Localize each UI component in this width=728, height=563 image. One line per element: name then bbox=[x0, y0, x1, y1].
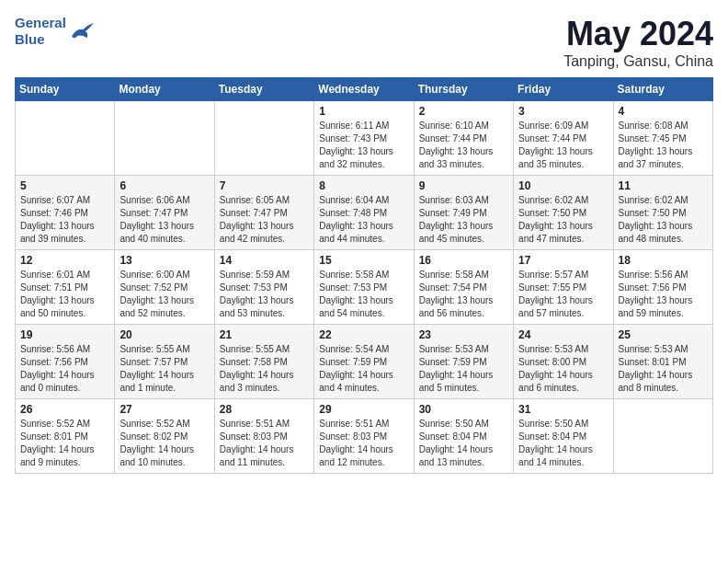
day-number: 17 bbox=[518, 254, 608, 267]
day-info: Sunrise: 5:55 AM Sunset: 7:57 PM Dayligh… bbox=[119, 343, 209, 395]
calendar-week-row: 1Sunrise: 6:11 AM Sunset: 7:43 PM Daylig… bbox=[16, 101, 713, 176]
day-number: 27 bbox=[119, 403, 209, 416]
day-info: Sunrise: 5:53 AM Sunset: 7:59 PM Dayligh… bbox=[419, 343, 508, 395]
calendar-day-cell: 21Sunrise: 5:55 AM Sunset: 7:58 PM Dayli… bbox=[214, 325, 313, 399]
day-info: Sunrise: 5:52 AM Sunset: 8:01 PM Dayligh… bbox=[20, 418, 109, 469]
calendar-week-row: 5Sunrise: 6:07 AM Sunset: 7:46 PM Daylig… bbox=[16, 176, 713, 250]
day-number: 23 bbox=[419, 328, 508, 341]
day-number: 24 bbox=[518, 328, 608, 341]
calendar-day-cell: 31Sunrise: 5:50 AM Sunset: 8:04 PM Dayli… bbox=[514, 399, 613, 474]
day-number: 11 bbox=[619, 179, 708, 192]
page-subtitle: Tanping, Gansu, China bbox=[563, 53, 713, 70]
calendar-day-cell bbox=[214, 101, 313, 176]
day-info: Sunrise: 6:09 AM Sunset: 7:44 PM Dayligh… bbox=[518, 120, 608, 171]
day-info: Sunrise: 6:07 AM Sunset: 7:46 PM Dayligh… bbox=[20, 194, 109, 246]
day-number: 20 bbox=[119, 328, 209, 341]
day-number: 7 bbox=[220, 179, 309, 192]
calendar-day-cell: 12Sunrise: 6:01 AM Sunset: 7:51 PM Dayli… bbox=[16, 250, 115, 325]
day-number: 29 bbox=[319, 403, 408, 416]
day-number: 9 bbox=[419, 179, 508, 192]
day-info: Sunrise: 5:51 AM Sunset: 8:03 PM Dayligh… bbox=[319, 418, 408, 469]
calendar-day-cell: 6Sunrise: 6:06 AM Sunset: 7:47 PM Daylig… bbox=[115, 176, 214, 250]
day-info: Sunrise: 6:03 AM Sunset: 7:49 PM Dayligh… bbox=[419, 194, 508, 246]
day-number: 4 bbox=[619, 105, 708, 118]
day-number: 30 bbox=[419, 403, 508, 416]
day-info: Sunrise: 6:02 AM Sunset: 7:50 PM Dayligh… bbox=[619, 194, 708, 246]
day-number: 13 bbox=[119, 254, 209, 267]
calendar-day-cell: 4Sunrise: 6:08 AM Sunset: 7:45 PM Daylig… bbox=[613, 101, 712, 176]
day-info: Sunrise: 5:51 AM Sunset: 8:03 PM Dayligh… bbox=[220, 418, 309, 469]
title-block: May 2024 Tanping, Gansu, China bbox=[563, 15, 713, 70]
calendar-day-cell: 3Sunrise: 6:09 AM Sunset: 7:44 PM Daylig… bbox=[514, 101, 613, 176]
calendar-day-cell: 8Sunrise: 6:04 AM Sunset: 7:48 PM Daylig… bbox=[314, 176, 414, 250]
day-number: 31 bbox=[518, 403, 608, 416]
calendar-day-cell bbox=[115, 101, 214, 176]
day-info: Sunrise: 6:06 AM Sunset: 7:47 PM Dayligh… bbox=[119, 194, 209, 246]
day-number: 15 bbox=[319, 254, 408, 267]
day-info: Sunrise: 6:02 AM Sunset: 7:50 PM Dayligh… bbox=[518, 194, 608, 246]
logo-bird-icon bbox=[70, 21, 96, 41]
calendar-day-cell: 18Sunrise: 5:56 AM Sunset: 7:56 PM Dayli… bbox=[613, 250, 712, 325]
calendar-day-cell bbox=[16, 101, 115, 176]
weekday-header: Sunday bbox=[16, 78, 115, 101]
calendar-day-cell: 22Sunrise: 5:54 AM Sunset: 7:59 PM Dayli… bbox=[314, 325, 414, 399]
weekday-header: Tuesday bbox=[214, 78, 313, 101]
calendar-day-cell: 10Sunrise: 6:02 AM Sunset: 7:50 PM Dayli… bbox=[514, 176, 613, 250]
weekday-header: Wednesday bbox=[314, 78, 414, 101]
weekday-header: Saturday bbox=[613, 78, 712, 101]
day-number: 10 bbox=[518, 179, 608, 192]
day-info: Sunrise: 5:58 AM Sunset: 7:53 PM Dayligh… bbox=[319, 269, 408, 320]
calendar-day-cell: 30Sunrise: 5:50 AM Sunset: 8:04 PM Dayli… bbox=[414, 399, 513, 474]
calendar-day-cell: 27Sunrise: 5:52 AM Sunset: 8:02 PM Dayli… bbox=[115, 399, 214, 474]
day-info: Sunrise: 6:08 AM Sunset: 7:45 PM Dayligh… bbox=[619, 120, 708, 171]
day-info: Sunrise: 5:52 AM Sunset: 8:02 PM Dayligh… bbox=[119, 418, 209, 469]
calendar-week-row: 19Sunrise: 5:56 AM Sunset: 7:56 PM Dayli… bbox=[16, 325, 713, 399]
weekday-header: Monday bbox=[115, 78, 214, 101]
day-number: 2 bbox=[419, 105, 508, 118]
day-number: 3 bbox=[518, 105, 608, 118]
day-number: 22 bbox=[319, 328, 408, 341]
calendar-day-cell: 13Sunrise: 6:00 AM Sunset: 7:52 PM Dayli… bbox=[115, 250, 214, 325]
calendar-day-cell: 26Sunrise: 5:52 AM Sunset: 8:01 PM Dayli… bbox=[16, 399, 115, 474]
logo: General Blue bbox=[15, 15, 96, 48]
day-number: 6 bbox=[119, 179, 209, 192]
calendar-day-cell: 29Sunrise: 5:51 AM Sunset: 8:03 PM Dayli… bbox=[314, 399, 414, 474]
calendar-day-cell: 7Sunrise: 6:05 AM Sunset: 7:47 PM Daylig… bbox=[214, 176, 313, 250]
day-info: Sunrise: 6:01 AM Sunset: 7:51 PM Dayligh… bbox=[20, 269, 109, 320]
calendar-day-cell: 15Sunrise: 5:58 AM Sunset: 7:53 PM Dayli… bbox=[314, 250, 414, 325]
day-number: 28 bbox=[220, 403, 309, 416]
day-info: Sunrise: 5:59 AM Sunset: 7:53 PM Dayligh… bbox=[220, 269, 309, 320]
day-info: Sunrise: 5:54 AM Sunset: 7:59 PM Dayligh… bbox=[319, 343, 408, 395]
calendar-day-cell: 14Sunrise: 5:59 AM Sunset: 7:53 PM Dayli… bbox=[214, 250, 313, 325]
logo-blue: Blue bbox=[15, 31, 45, 47]
day-number: 5 bbox=[20, 179, 109, 192]
day-info: Sunrise: 5:56 AM Sunset: 7:56 PM Dayligh… bbox=[619, 269, 708, 320]
calendar-day-cell: 19Sunrise: 5:56 AM Sunset: 7:56 PM Dayli… bbox=[16, 325, 115, 399]
calendar-day-cell: 11Sunrise: 6:02 AM Sunset: 7:50 PM Dayli… bbox=[613, 176, 712, 250]
day-info: Sunrise: 5:56 AM Sunset: 7:56 PM Dayligh… bbox=[20, 343, 109, 395]
day-info: Sunrise: 5:55 AM Sunset: 7:58 PM Dayligh… bbox=[220, 343, 309, 395]
day-number: 19 bbox=[20, 328, 109, 341]
day-number: 18 bbox=[619, 254, 708, 267]
day-info: Sunrise: 5:50 AM Sunset: 8:04 PM Dayligh… bbox=[419, 418, 508, 469]
calendar-week-row: 12Sunrise: 6:01 AM Sunset: 7:51 PM Dayli… bbox=[16, 250, 713, 325]
day-number: 8 bbox=[319, 179, 408, 192]
calendar-header-row: SundayMondayTuesdayWednesdayThursdayFrid… bbox=[16, 78, 713, 101]
calendar-day-cell: 1Sunrise: 6:11 AM Sunset: 7:43 PM Daylig… bbox=[314, 101, 414, 176]
calendar-day-cell: 9Sunrise: 6:03 AM Sunset: 7:49 PM Daylig… bbox=[414, 176, 513, 250]
day-number: 16 bbox=[419, 254, 508, 267]
day-info: Sunrise: 5:53 AM Sunset: 8:00 PM Dayligh… bbox=[518, 343, 608, 395]
day-info: Sunrise: 5:50 AM Sunset: 8:04 PM Dayligh… bbox=[518, 418, 608, 469]
calendar-day-cell: 23Sunrise: 5:53 AM Sunset: 7:59 PM Dayli… bbox=[414, 325, 513, 399]
calendar-day-cell: 17Sunrise: 5:57 AM Sunset: 7:55 PM Dayli… bbox=[514, 250, 613, 325]
calendar-day-cell: 2Sunrise: 6:10 AM Sunset: 7:44 PM Daylig… bbox=[414, 101, 513, 176]
calendar-day-cell: 16Sunrise: 5:58 AM Sunset: 7:54 PM Dayli… bbox=[414, 250, 513, 325]
day-number: 12 bbox=[20, 254, 109, 267]
day-info: Sunrise: 6:05 AM Sunset: 7:47 PM Dayligh… bbox=[220, 194, 309, 246]
weekday-header: Friday bbox=[514, 78, 613, 101]
calendar-day-cell: 5Sunrise: 6:07 AM Sunset: 7:46 PM Daylig… bbox=[16, 176, 115, 250]
calendar-day-cell: 24Sunrise: 5:53 AM Sunset: 8:00 PM Dayli… bbox=[514, 325, 613, 399]
day-number: 21 bbox=[220, 328, 309, 341]
calendar-day-cell bbox=[613, 399, 712, 474]
day-info: Sunrise: 6:00 AM Sunset: 7:52 PM Dayligh… bbox=[119, 269, 209, 320]
